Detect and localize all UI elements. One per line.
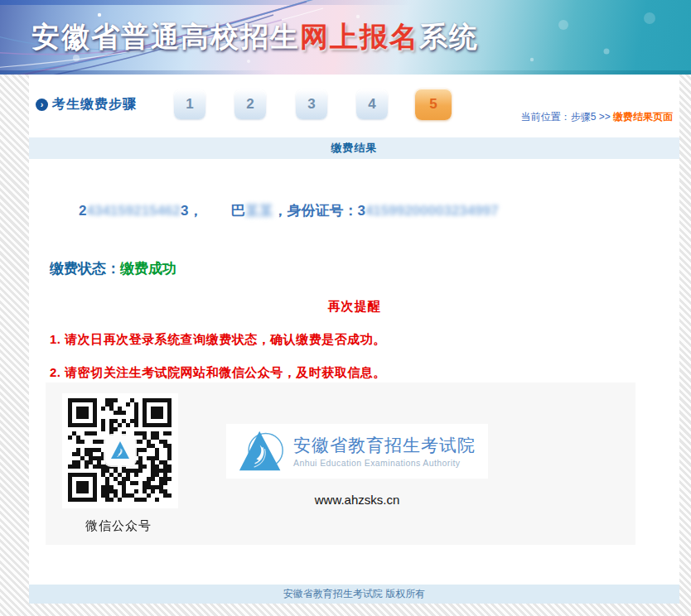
candidate-name-visible: 巴 [230,203,244,219]
reminder-item-2: 2. 请密切关注生考试院网站和微信公众号，及时获取信息。 [50,365,386,381]
step-indicator-4: 4 [356,89,388,119]
page-title-part2: 系统 [419,21,479,52]
qr-caption: 微信公众号 [85,518,152,534]
payment-steps-bar: › 考生缴费步骤 1 2 3 4 5 当前位置：步骤5 >> 缴费结果页面 [29,75,679,132]
section-title-payment-result: 缴费结果 [29,137,679,159]
breadcrumb-current-page: 缴费结果页面 [613,111,673,123]
candidate-info-line: 24341592154623，巴某某，身份证号：3415992000032349… [79,201,499,220]
organization-name-cn: 安徽省教育招生考试院 [293,436,476,455]
arrow-bullet-icon: › [36,99,48,111]
step-indicator-1: 1 [174,89,205,119]
page-title-highlight: 网上报名 [300,21,419,52]
steps-label: 考生缴费步骤 [52,96,137,113]
main-content: › 考生缴费步骤 1 2 3 4 5 当前位置：步骤5 >> 缴费结果页面 缴费… [29,75,679,604]
aeea-logo-icon [239,426,285,476]
organization-name: 安徽省教育招生考试院 Anhui Education Examinations … [293,436,476,468]
payment-status-label: 缴费状态： [50,261,120,277]
organization-name-en: Anhui Education Examinations Authority [293,458,476,468]
website-url: www.ahzsks.cn [226,493,488,507]
payment-status-line: 缴费状态：缴费成功 [50,259,176,278]
id-number-label: ，身份证号： [273,203,357,219]
step-indicator-5-active: 5 [415,89,452,120]
breadcrumb-prefix: 当前位置：步骤5 >> [521,111,611,123]
promo-panel: 微信公众号 安徽省教育招生考试院 Anhui Education Examina… [46,383,635,545]
payment-status-value: 缴费成功 [120,261,176,277]
wechat-qr-box [62,393,178,508]
step-indicator-2: 2 [234,89,266,119]
id-number-visible: 3 [357,203,365,219]
registration-number-redacted: 434159215462 [86,203,180,219]
reminder-item-1: 1. 请次日再次登录系统查询缴费状态，确认缴费是否成功。 [50,332,386,348]
id-number-redacted: 41599200003234997 [365,203,499,219]
step-indicator-3: 3 [296,89,327,119]
breadcrumb: 当前位置：步骤5 >> 缴费结果页面 [521,110,673,124]
registration-number-tail: 3， [181,203,202,219]
page-title: 安徽省普通高校招生网上报名系统 [31,18,479,56]
page-title-part1: 安徽省普通高校招生 [31,21,300,52]
qr-center-logo-icon [105,436,135,465]
footer-copyright: 安徽省教育招生考试院 版权所有 [29,585,679,604]
banner: 安徽省普通高校招生网上报名系统 [0,0,691,75]
organization-logo-box: 安徽省教育招生考试院 Anhui Education Examinations … [226,424,488,479]
reminder-title: 再次提醒 [29,299,679,315]
candidate-name-redacted: 某某 [244,203,273,219]
